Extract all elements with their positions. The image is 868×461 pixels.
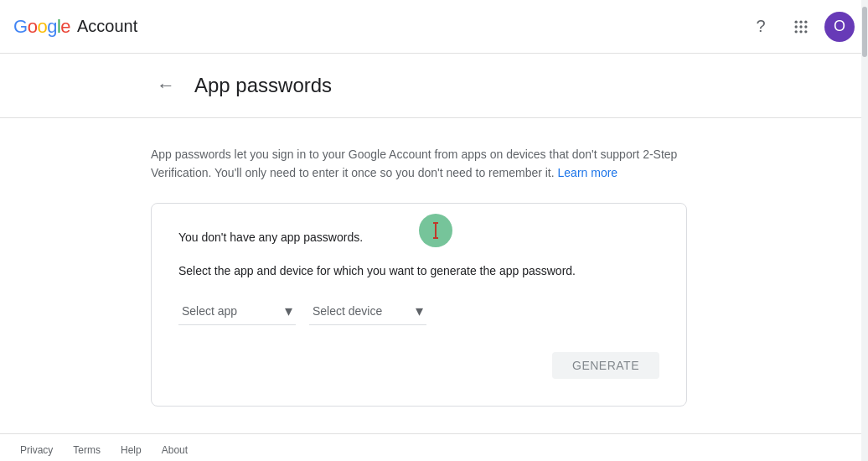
svg-point-8 [804,30,807,33]
footer: Privacy Terms Help About [0,433,868,461]
description-text: App passwords let you sign in to your Go… [151,145,717,183]
help-icon: ? [756,17,765,36]
learn-more-link[interactable]: Learn more [558,166,618,179]
avatar[interactable]: O [824,12,855,42]
select-device-wrapper: Select device ▾ [309,298,426,325]
svg-point-7 [799,30,802,33]
back-button[interactable]: ← [151,70,181,101]
footer-help-link[interactable]: Help [121,444,142,456]
scrollbar[interactable] [861,0,868,461]
footer-terms-link[interactable]: Terms [73,444,101,456]
no-passwords-text: You don't have any app passwords. [178,230,659,244]
svg-point-3 [795,25,798,28]
logo-o-yellow: o [37,16,47,38]
generate-button[interactable]: GENERATE [552,352,659,379]
account-label: Account [77,17,137,36]
google-logo: Google [13,16,70,38]
svg-point-0 [795,20,798,23]
content-area: App passwords let you sign in to your Go… [0,118,868,433]
logo-e-red: e [60,16,70,38]
svg-point-6 [795,30,798,33]
select-app-dropdown[interactable]: Select app [178,298,296,325]
header-actions: ? O [744,10,855,44]
dropdowns-row: Select app ▾ Select device ▾ [178,298,659,325]
apps-grid-icon [793,18,809,35]
logo-g-blue: G [13,16,28,38]
svg-point-1 [799,20,802,23]
logo-area: Google Account [13,16,744,38]
page-title: App passwords [194,74,332,97]
svg-point-2 [804,20,807,23]
select-device-dropdown[interactable]: Select device [309,298,426,325]
apps-button[interactable] [784,10,818,44]
logo-o-red: o [28,16,38,38]
svg-point-4 [799,25,802,28]
help-button[interactable]: ? [744,10,778,44]
generate-row: GENERATE [178,352,659,379]
header: Google Account ? O [0,0,868,54]
footer-about-link[interactable]: About [162,444,188,456]
page-header: ← App passwords [0,54,868,118]
svg-point-5 [804,25,807,28]
app-passwords-card: You don't have any app passwords. Select… [151,203,687,407]
logo-g-blue2: g [47,16,57,38]
generate-instruction: Select the app and device for which you … [178,264,659,277]
footer-privacy-link[interactable]: Privacy [20,444,53,456]
scroll-thumb[interactable] [862,7,867,57]
select-app-wrapper: Select app ▾ [178,298,296,325]
